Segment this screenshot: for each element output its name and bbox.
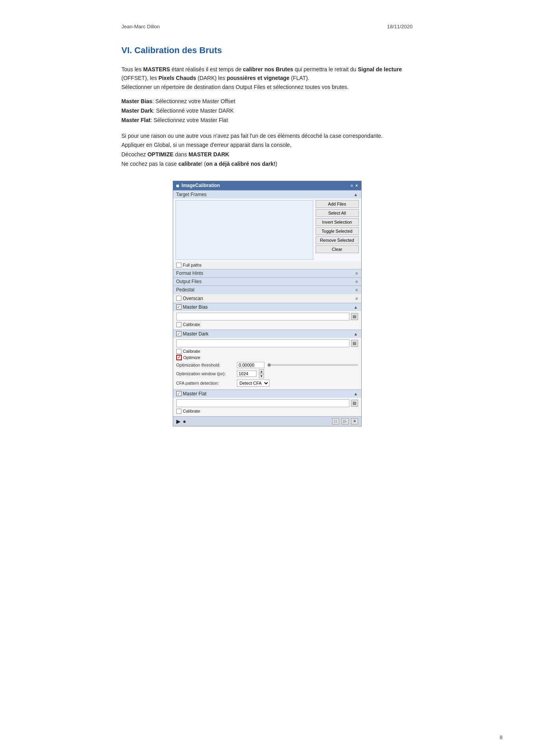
- master-bias-browse-button[interactable]: ▤: [351, 313, 358, 320]
- master-bias-section: ✓ Master Bias ▲ ▤ Calibrate: [173, 303, 361, 330]
- master-dark-label: Master Dark: [183, 331, 209, 337]
- master-bias-calibrate-label: Calibrate: [183, 322, 200, 327]
- cfa-row: CFA pattern detection: Detect CFA: [176, 380, 358, 387]
- clear-button[interactable]: Clear: [316, 245, 359, 253]
- master-dark-arrow[interactable]: ▲: [354, 332, 358, 336]
- master-bias-calibrate-row: Calibrate: [176, 322, 358, 327]
- pedestal-arrow: ≡: [355, 287, 358, 292]
- calibrer-bold: calibrer nos Brutes: [243, 66, 293, 72]
- master-flat-header: ✓ Master Flat ▲: [173, 389, 361, 398]
- format-hints-row[interactable]: Format Hints ≡: [173, 269, 361, 277]
- master-bias-file-input[interactable]: [176, 313, 349, 321]
- master-flat-label: Master Flat: [183, 391, 207, 397]
- master-dark-calibrate-checkbox[interactable]: [176, 349, 181, 354]
- close-icon[interactable]: ×: [355, 183, 358, 188]
- opt-window-input[interactable]: [237, 371, 257, 377]
- target-frames-section: Target Frames ▲: [173, 190, 361, 198]
- master-flat-body: ▤ Calibrate: [173, 398, 361, 416]
- master-bias-arrow[interactable]: ▲: [354, 305, 358, 309]
- master-dark-file-row: ▤: [176, 339, 358, 347]
- footer-close-button[interactable]: ✕: [351, 418, 358, 424]
- signal-bold: Signal de lecture: [358, 66, 402, 72]
- pedestal-row[interactable]: Pedestal ≡: [173, 285, 361, 294]
- master-dark-calibrate-label: Calibrate: [183, 349, 200, 354]
- master-dark-optimize-label: Optimize: [183, 355, 200, 360]
- opt-window-down[interactable]: ▼: [259, 374, 264, 378]
- output-files-arrow: ≡: [355, 279, 358, 284]
- master-bias-body: ▤ Calibrate: [173, 311, 361, 330]
- output-files-label: Output Files: [176, 279, 202, 284]
- master-dark-optimize-checkbox[interactable]: ✓: [176, 355, 182, 360]
- master-bias-label: Master Bias: [183, 304, 208, 310]
- opt-window-up[interactable]: ▲: [259, 369, 264, 374]
- master-flat-calibrate-checkbox[interactable]: [176, 409, 181, 414]
- overscan-row: Overscan ≡: [173, 294, 361, 303]
- intro-paragraph: Tous les MASTERS étant réalisés il est t…: [122, 65, 413, 91]
- footer-record-icon[interactable]: ●: [183, 418, 186, 424]
- master-flat-file-input[interactable]: [176, 399, 349, 407]
- pedestal-label: Pedestal: [176, 287, 195, 293]
- opt-window-row: Optimization window (px): ▲ ▼: [176, 369, 358, 378]
- fullpaths-checkbox[interactable]: [176, 263, 181, 268]
- target-frames-arrow[interactable]: ▲: [354, 192, 358, 197]
- footer-right: □ ▷ ✕: [332, 418, 358, 424]
- remove-selected-button[interactable]: Remove Selected: [316, 236, 359, 244]
- overscan-checkbox[interactable]: [176, 296, 181, 301]
- master-flat-checkbox[interactable]: ✓: [176, 391, 181, 396]
- page-number: 8: [500, 734, 503, 740]
- opt-threshold-row: Optimization threshold:: [176, 362, 358, 368]
- footer-new-button[interactable]: □: [332, 418, 339, 424]
- master-flat-browse-button[interactable]: ▤: [351, 400, 358, 407]
- master-dark-optimize-row: ✓ Optimize: [176, 355, 358, 360]
- master-flat-calibrate-row: Calibrate: [176, 409, 358, 414]
- master-dark-body: ▤ Calibrate ✓ Optimize Optimization thre…: [173, 338, 361, 389]
- fullpaths-row: Full paths: [173, 261, 361, 269]
- master-flat-file-row: ▤: [176, 399, 358, 407]
- footer-save-button[interactable]: ▷: [342, 418, 349, 424]
- footer-left: ▶ ●: [176, 418, 186, 424]
- master-bias-calibrate-checkbox[interactable]: [176, 322, 181, 327]
- section-title: VI. Calibration des Bruts: [122, 45, 413, 56]
- fullpaths-label: Full paths: [183, 263, 202, 267]
- target-frames-label: Target Frames: [176, 192, 207, 197]
- format-hints-arrow: ≡: [355, 271, 358, 276]
- cfa-label: CFA pattern detection:: [176, 381, 235, 385]
- master-dark-calibrate-row: Calibrate: [176, 349, 358, 354]
- cfa-select[interactable]: Detect CFA: [237, 380, 270, 387]
- target-frames-area: Add Files Select All Invert Selection To…: [173, 198, 361, 261]
- master-bias-checkbox[interactable]: ✓: [176, 304, 181, 309]
- poussieres-bold: poussières et vignetage: [227, 75, 290, 81]
- invert-selection-button[interactable]: Invert Selection: [316, 218, 359, 226]
- master-dark-file-input[interactable]: [176, 339, 349, 347]
- master-bias-file-row: ▤: [176, 313, 358, 321]
- overscan-arrow[interactable]: ≡: [355, 296, 358, 301]
- definitions-block: Master Bias: Sélectionnez votre Master O…: [122, 97, 413, 125]
- app-title-icon: ■: [176, 183, 179, 189]
- opt-threshold-label: Optimization threshold:: [176, 363, 235, 367]
- master-dark-checkbox[interactable]: ✓: [176, 331, 181, 336]
- app-footer: ▶ ● □ ▷ ✕: [173, 416, 361, 426]
- app-title: ImageCalibration: [181, 183, 220, 188]
- pixels-chauds-bold: Pixels Chauds: [159, 75, 196, 81]
- pin-icon[interactable]: ≡: [351, 183, 353, 188]
- master-dark-header: ✓ Master Dark ▲: [173, 330, 361, 338]
- file-buttons-panel: Add Files Select All Invert Selection To…: [316, 200, 359, 260]
- instructions-block: Si pour une raison ou une autre vous n'a…: [122, 132, 413, 169]
- author: Jean-Marc Dillon: [122, 24, 160, 30]
- toggle-selected-button[interactable]: Toggle Selected: [316, 227, 359, 235]
- overscan-label: Overscan: [183, 296, 203, 301]
- master-dark-section: ✓ Master Dark ▲ ▤ Calibrate ✓ Optimize: [173, 330, 361, 389]
- win-controls: ≡ ×: [351, 183, 358, 188]
- master-dark-browse-button[interactable]: ▤: [351, 340, 358, 347]
- select-all-button[interactable]: Select All: [316, 209, 359, 217]
- opt-threshold-input[interactable]: [237, 362, 264, 368]
- date: 18/11/2020: [387, 24, 412, 30]
- app-titlebar: ■ ImageCalibration ≡ ×: [173, 181, 361, 190]
- master-bias-header: ✓ Master Bias ▲: [173, 303, 361, 311]
- master-flat-calibrate-label: Calibrate: [183, 409, 200, 413]
- footer-play-icon[interactable]: ▶: [176, 418, 181, 424]
- add-files-button[interactable]: Add Files: [316, 200, 359, 208]
- app-window: ■ ImageCalibration ≡ × Target Frames ▲ A…: [173, 181, 362, 426]
- output-files-row[interactable]: Output Files ≡: [173, 277, 361, 285]
- master-flat-arrow[interactable]: ▲: [354, 391, 358, 396]
